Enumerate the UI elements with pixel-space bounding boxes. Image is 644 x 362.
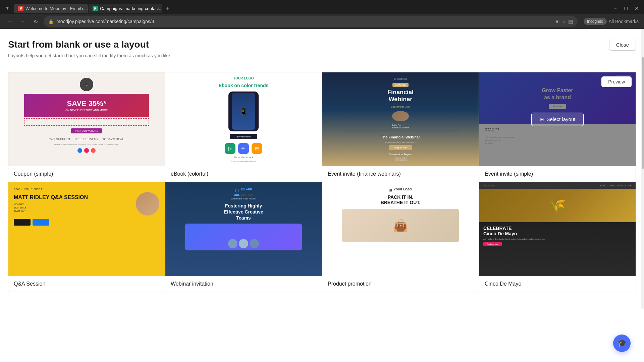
template-card-yellow[interactable]: BOOK YOUR SPOT MATT RIDLEY Q&A SESSION M… [8,182,165,292]
close-button[interactable]: Close [609,39,636,51]
card-image-simple: Your Logo Grow Fasteras a brand SIGN UP … [479,72,636,166]
coupon-dashed [24,118,149,126]
card-image-mayo: ImoDinguier HomeContentAboutContact 🌾 CE… [479,182,636,276]
coupon-cta: VISIT OUR WEBSITE [71,128,102,133]
bookmarks-label: All Bookmarks [609,19,639,24]
finance-label: Event invite (finance webinars) [322,166,479,182]
finance-logo: ⊞ WEBPOD [394,78,407,80]
page-subtitle: Layouts help you get started but you can… [8,53,170,58]
bag-logo: YOUR LOGO [393,188,412,191]
header-text: Start from blank or use a layout Layouts… [8,39,170,58]
yellow-detail-3: 11AM GMT [14,210,88,212]
webinar-image [185,224,302,250]
yellow-label: Q&A Session [8,276,165,292]
address-input[interactable]: 🔒 moodjoy.pipedrive.com/marketing/campai… [44,16,578,27]
bag-label: Product promotion [322,276,479,292]
template-card-bag[interactable]: ⊞ YOUR LOGO PACK IT IN.BREATHE IT OUT. 👜… [322,182,479,292]
scrollbar-thumb[interactable] [642,57,644,169]
ebook-phone: 📱 [228,92,259,131]
select-layout-button[interactable]: ⊞ Select layout [531,113,584,126]
webinar-logo: UX APP [241,188,252,191]
close-window-button[interactable]: ✕ [632,4,641,13]
webinar-label: Webinar invitation [165,276,322,292]
template-card-coupon[interactable]: L SAVE 35%* ON NEW FURNITURE AND MORE VI… [8,72,165,182]
mayo-content: CELEBRATECinco De Mayo Join us for a 5 f… [479,222,636,250]
yellow-row: MATT RIDLEY Q&A SESSION MONDAY SKIN WALK… [14,192,159,216]
coupon-banner: SAVE 35%* ON NEW FURNITURE AND MORE [24,94,149,117]
tab-bar: ▼ P Welcome to Moodjoy - Email c... ✕ P … [0,0,644,14]
mayo-header: ImoDinguier HomeContentAboutContact [479,182,636,189]
mayo-btn: Register now [483,242,502,246]
browser-window: ▼ P Welcome to Moodjoy - Email c... ✕ P … [0,0,644,29]
finance-date: September 20th [391,105,410,108]
simple-label: Event invite (simple) [479,166,636,182]
back-button[interactable]: ← [5,17,15,26]
ebook-label: eBook (colorful) [165,166,322,182]
template-card-mayo[interactable]: ImoDinguier HomeContentAboutContact 🌾 CE… [479,182,636,292]
webinar-subtitle: Webinars This Month [231,197,256,200]
browser-actions: Incognito All Bookmarks [584,18,639,25]
bag-emoji: 👜 [393,219,408,233]
maximize-button[interactable]: □ [621,4,631,13]
tab-favicon-1: P [18,6,23,11]
finance-tag: AMAZING [392,83,409,87]
template-grid-row1: L SAVE 35%* ON NEW FURNITURE AND MORE VI… [8,72,636,182]
finance-subtitle: The Financial Webinar [381,135,420,139]
ebook-logo: YOUR LOGO [233,76,254,80]
star-icon[interactable]: ☆ [562,18,566,24]
tab-dropdown[interactable]: ▼ [3,4,12,13]
page-title: Start from blank or use a layout [8,39,170,50]
bag-tagline: PACK IT IN.BREATHE IT OUT. [381,194,421,206]
address-icons: 👁 ☆ ▤ [555,18,573,24]
webinar-title: Fostering HighlyEffective CreativeTeams [224,203,263,221]
mayo-logo: ImoDinguier [483,184,495,187]
tab-campaigns[interactable]: P Campaigns: marketing contact... ✕ [89,4,162,13]
address-text: moodjoy.pipedrive.com/marketing/campaign… [56,19,552,24]
ebook-link: About this ebook [233,156,254,159]
select-icon: ⊞ [540,116,544,122]
mayo-text: Join us for a 5 fantastic day of authent… [483,238,632,240]
page-content: Start from blank or use a layout Layouts… [0,29,644,309]
card-image-finance: ⊞ WEBPOD AMAZING FinancialWebinar Septem… [322,72,479,166]
template-card-ebook[interactable]: YOUR LOGO Ebook on color trends 📱 Buy no… [165,72,322,182]
tab-welcome[interactable]: P Welcome to Moodjoy - Email c... ✕ [14,4,88,13]
card-image-bag: ⊞ YOUR LOGO PACK IT IN.BREATHE IT OUT. 👜 [322,182,479,276]
yellow-detail-1: MONDAY [14,203,88,205]
template-grid-row2: BOOK YOUR SPOT MATT RIDLEY Q&A SESSION M… [8,182,636,292]
template-card-webinar[interactable]: ⬡ UX APP Webinars This Month Fostering H… [165,182,322,292]
card-image-webinar: ⬡ UX APP Webinars This Month Fostering H… [165,182,322,276]
coupon-label: Coupon (simple) [8,166,165,182]
yellow-detail-2: SKIN WALK [14,206,88,209]
tab-label-1: Welcome to Moodjoy - Email c... [25,6,88,11]
card-image-ebook: YOUR LOGO Ebook on color trends 📱 Buy no… [165,72,322,166]
bag-image: 👜 [342,209,459,242]
card-image-yellow: BOOK YOUR SPOT MATT RIDLEY Q&A SESSION M… [8,182,165,276]
coupon-socials [77,148,96,153]
finance-title: FinancialWebinar [387,89,414,103]
coupon-logo: L [80,78,93,91]
forward-button[interactable]: → [18,17,28,26]
card-overlay-simple: Preview ⊞ Select layout [479,72,636,166]
eye-off-icon[interactable]: 👁 [555,19,560,24]
template-card-finance[interactable]: ⊞ WEBPOD AMAZING FinancialWebinar Septem… [322,72,479,182]
yellow-tag: BOOK YOUR SPOT [14,188,159,191]
scrollbar[interactable] [641,29,644,309]
mayo-nav: HomeContentAboutContact [600,184,632,186]
template-card-simple[interactable]: Your Logo Grow Fasteras a brand SIGN UP … [479,72,636,182]
sidebar-icon[interactable]: ▤ [568,18,573,24]
lock-icon: 🔒 [48,19,54,24]
finance-avatar [392,111,409,121]
new-tab-button[interactable]: + [163,4,172,13]
finance-name: Anita DoeFinancial Advisor [392,124,410,129]
tab-favicon-2: P [93,6,98,11]
refresh-button[interactable]: ↻ [31,17,40,26]
ebook-icons: ▷ ✏ ⊞ [225,143,262,154]
minimize-button[interactable]: − [610,4,620,13]
yellow-title: MATT RIDLEY Q&A SESSION [14,194,88,200]
ebook-title: Ebook on color trends [219,83,269,88]
address-bar: ← → ↻ 🔒 moodjoy.pipedrive.com/marketing/… [0,14,644,29]
page-header: Start from blank or use a layout Layouts… [8,39,636,58]
preview-button[interactable]: Preview [601,76,632,87]
mayo-label: Cinco De Mayo [479,276,636,292]
incognito-badge: Incognito [584,18,607,25]
